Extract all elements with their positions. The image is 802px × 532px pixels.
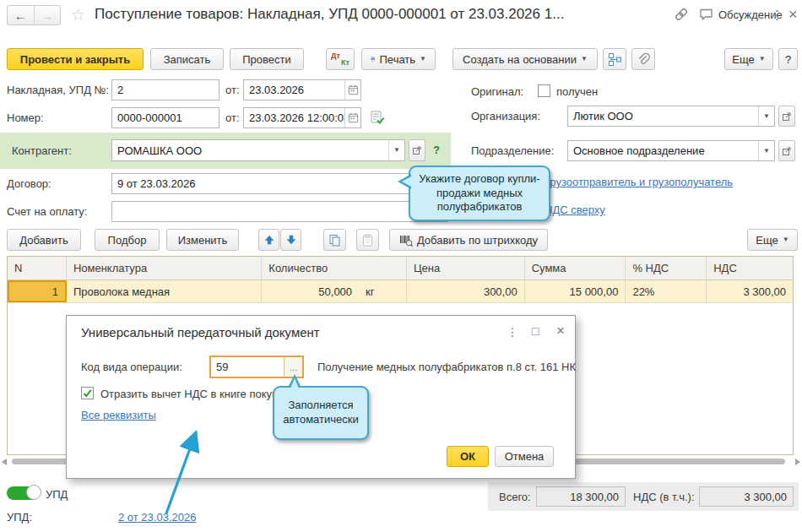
items-more-button[interactable]: Еще ▼ <box>747 229 798 251</box>
department-input[interactable]: Основное подразделение ▼ <box>567 140 775 161</box>
counterparty-dropdown-icon[interactable]: ▼ <box>388 140 404 160</box>
row-cell-qty[interactable]: 50,000 <box>262 280 359 302</box>
department-open-button[interactable] <box>778 140 795 161</box>
edit-document-icon[interactable] <box>370 110 385 125</box>
dt-label: Дт <box>331 52 340 60</box>
original-checkbox[interactable] <box>538 84 550 97</box>
toolbar-more-button[interactable]: Еще ▼ <box>724 48 773 70</box>
items-table-header: N Номенклатура Количество Цена Сумма % Н… <box>8 257 793 280</box>
counterparty-open-button[interactable] <box>409 139 425 161</box>
contract-label: Договор: <box>7 177 51 190</box>
vat-on-top-link[interactable]: НДС сверху <box>545 204 605 216</box>
open-icon <box>412 145 422 155</box>
header-cell-price[interactable]: Цена <box>407 257 525 280</box>
open-icon <box>782 111 792 122</box>
total-label: Всего: <box>499 491 531 503</box>
post-and-close-button[interactable]: Провести и закрыть <box>7 48 144 70</box>
discussion-button[interactable]: Обсуждение <box>699 8 783 21</box>
window-close-icon[interactable]: × <box>788 7 798 22</box>
open-icon <box>782 146 792 156</box>
number-date-input[interactable]: 23.03.2026 12:00:03 <box>243 107 361 128</box>
dialog-cancel-button[interactable]: Отмена <box>495 446 554 467</box>
dialog-maximize-icon[interactable]: □ <box>532 325 539 337</box>
upd-toggle[interactable] <box>7 486 39 500</box>
print-button[interactable]: Печать ▼ <box>361 48 436 70</box>
pick-button[interactable]: Подбор <box>95 229 160 251</box>
forward-button[interactable]: → <box>35 6 61 24</box>
header-cell-n[interactable]: N <box>8 257 67 280</box>
add-by-barcode-button[interactable]: Добавить по штрихкоду <box>389 229 548 251</box>
move-down-button[interactable] <box>280 229 301 251</box>
related-documents-button[interactable] <box>603 48 626 70</box>
scroll-right-icon[interactable] <box>795 459 800 465</box>
dialog-title: Универсальный передаточный документ <box>81 325 320 339</box>
dtkt-button[interactable]: Дт Кт <box>326 48 355 70</box>
help-button[interactable]: ? <box>778 48 798 70</box>
header-cell-nomenclature[interactable]: Номенклатура <box>67 257 262 280</box>
department-label: Подразделение: <box>471 144 554 157</box>
row-cell-n[interactable]: 1 <box>8 280 67 302</box>
copy-row-button[interactable] <box>323 229 346 251</box>
payment-invoice-label: Счет на оплату: <box>7 205 87 218</box>
invoice-no-input[interactable]: 2 <box>111 79 219 100</box>
op-code-value: 59 <box>211 357 284 377</box>
annotation-arrow-icon <box>154 421 209 520</box>
check-icon <box>82 388 93 399</box>
dialog-menu-icon[interactable]: ⋮ <box>507 326 518 338</box>
table-row[interactable]: 1 Проволока медная 50,000 кг 300,00 15 0… <box>8 280 793 303</box>
counterparty-input[interactable]: РОМАШКА ООО ▼ <box>111 139 405 161</box>
organization-dropdown-icon[interactable]: ▼ <box>758 106 774 126</box>
add-by-barcode-label: Добавить по штрихкоду <box>417 234 538 247</box>
organization-input[interactable]: Лютик ООО ▼ <box>567 106 775 127</box>
all-fields-link[interactable]: Все реквизиты <box>81 409 156 421</box>
kt-label: Кт <box>341 58 350 67</box>
invoice-date-input[interactable]: 23.03.2026 <box>243 79 361 100</box>
favorite-star-icon[interactable]: ☆ <box>71 5 85 24</box>
print-label: Печать <box>379 53 415 66</box>
department-value: Основное подразделение <box>573 144 758 157</box>
attachments-button[interactable] <box>631 48 655 70</box>
dialog-close-icon[interactable]: × <box>556 323 565 338</box>
header-cell-qty[interactable]: Количество <box>262 257 407 280</box>
row-cell-vat[interactable]: 3 300,00 <box>707 280 793 302</box>
payment-invoice-input[interactable] <box>111 201 447 222</box>
row-cell-price[interactable]: 300,00 <box>407 280 525 302</box>
number-label: Номер: <box>7 111 44 124</box>
vat-deduction-checkbox[interactable] <box>81 387 94 399</box>
original-checkbox-label: получен <box>556 85 598 98</box>
shipper-consignee-link[interactable]: Грузоотправитель и грузополучатель <box>545 176 733 188</box>
create-based-on-label: Создать на основании <box>463 53 577 66</box>
vat-total-label: НДС (в т.ч.): <box>633 491 695 503</box>
move-up-button[interactable] <box>258 229 279 251</box>
row-cell-vat-rate[interactable]: 22% <box>626 280 707 302</box>
add-row-button[interactable]: Добавить <box>7 229 81 251</box>
header-cell-sum[interactable]: Сумма <box>525 257 626 280</box>
department-dropdown-icon[interactable]: ▼ <box>758 141 774 160</box>
post-button[interactable]: Провести <box>230 48 304 70</box>
forward-icon: → <box>41 8 53 23</box>
toolbar-more-label: Еще <box>732 53 754 66</box>
header-cell-vat[interactable]: НДС <box>707 257 793 280</box>
print-caret-icon: ▼ <box>420 56 426 62</box>
counterparty-help-link[interactable]: ? <box>433 144 440 156</box>
back-button[interactable]: ← <box>8 6 35 24</box>
row-cell-sum[interactable]: 15 000,00 <box>525 280 626 302</box>
organization-open-button[interactable] <box>778 106 795 127</box>
dialog-ok-button[interactable]: ОК <box>447 446 489 467</box>
header-cell-vat-rate[interactable]: % НДС <box>626 257 707 280</box>
window-menu-icon[interactable]: ⋮ <box>771 8 783 21</box>
number-input[interactable]: 0000-000001 <box>111 107 219 128</box>
row-cell-unit[interactable]: кг <box>359 280 407 302</box>
nav-group: ← → <box>7 5 61 25</box>
counterparty-label: Контрагент: <box>12 144 72 157</box>
save-button[interactable]: Записать <box>150 48 224 70</box>
invoice-date-calendar-icon[interactable] <box>344 80 360 100</box>
number-date-calendar-icon[interactable] <box>344 108 360 128</box>
edit-row-button[interactable]: Изменить <box>166 229 239 251</box>
scroll-left-icon[interactable] <box>2 459 7 465</box>
row-cell-nomenclature[interactable]: Проволока медная <box>67 280 262 302</box>
link-icon[interactable] <box>674 7 689 22</box>
op-code-description: Получение медных полуфабрикатов п.8 ст. … <box>317 361 576 373</box>
create-based-on-button[interactable]: Создать на основании ▼ <box>452 48 598 70</box>
paste-row-button[interactable] <box>356 229 379 251</box>
